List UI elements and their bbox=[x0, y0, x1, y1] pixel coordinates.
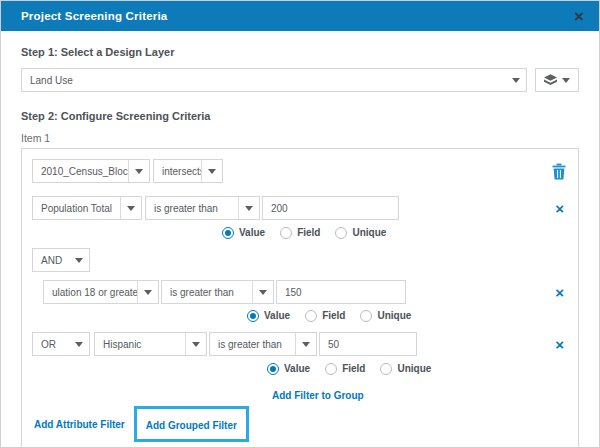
mode-radio-group-2: Value Field Unique bbox=[247, 309, 568, 322]
radio-field-3[interactable]: Field bbox=[325, 363, 365, 375]
radio-value-1[interactable]: Value bbox=[222, 227, 265, 239]
design-layer-value: Land Use bbox=[22, 75, 506, 86]
project-screening-dialog: Project Screening Criteria × Step 1: Sel… bbox=[0, 0, 600, 448]
radio-icon bbox=[305, 310, 317, 322]
remove-filter-button-3[interactable]: × bbox=[555, 337, 564, 352]
remove-filter-button-1[interactable]: × bbox=[555, 201, 564, 216]
trash-icon bbox=[552, 163, 566, 180]
radio-value-2[interactable]: Value bbox=[247, 310, 290, 322]
radio-field-2[interactable]: Field bbox=[305, 310, 345, 322]
add-filter-to-group-link[interactable]: Add Filter to Group bbox=[272, 390, 364, 401]
field-select-2[interactable]: ulation 18 or greater bbox=[43, 280, 159, 304]
radio-icon bbox=[280, 227, 292, 239]
operator-value-3: is greater than bbox=[210, 339, 295, 350]
filter-row-2: ulation 18 or greater is greater than × bbox=[32, 280, 568, 304]
field-value-3: Hispanic bbox=[95, 339, 185, 350]
filter-row-3: OR Hispanic is greater than × bbox=[32, 332, 568, 356]
radio-selected-icon bbox=[267, 363, 279, 375]
dialog-header: Project Screening Criteria × bbox=[1, 1, 599, 31]
mode-radio-group-3: Value Field Unique bbox=[267, 362, 568, 375]
value-input-2[interactable] bbox=[276, 280, 406, 304]
and-or-value-2: AND bbox=[33, 255, 69, 266]
chevron-down-icon bbox=[69, 342, 89, 347]
operator-value-2: is greater than bbox=[162, 287, 252, 298]
radio-icon bbox=[380, 363, 392, 375]
chevron-down-icon bbox=[296, 342, 316, 347]
design-layer-row: Land Use bbox=[21, 68, 579, 92]
step1-label: Step 1: Select a Design Layer bbox=[21, 46, 579, 58]
screening-layer-select[interactable]: 2010_Census_Blocks bbox=[32, 159, 150, 183]
radio-selected-icon bbox=[247, 310, 259, 322]
step2-label: Step 2: Configure Screening Criteria bbox=[21, 110, 579, 122]
close-button[interactable]: × bbox=[574, 8, 584, 25]
value-input-1[interactable] bbox=[262, 196, 399, 220]
radio-icon bbox=[335, 227, 347, 239]
operator-select-3[interactable]: is greater than bbox=[209, 332, 317, 356]
chevron-down-icon bbox=[129, 169, 149, 174]
chevron-down-icon bbox=[186, 342, 206, 347]
layer-options-button[interactable] bbox=[535, 68, 579, 92]
design-layer-select[interactable]: Land Use bbox=[21, 68, 527, 92]
and-or-select-3[interactable]: OR bbox=[32, 332, 90, 356]
radio-unique-1[interactable]: Unique bbox=[335, 227, 386, 239]
item-label: Item 1 bbox=[21, 132, 579, 144]
and-or-select-2[interactable]: AND bbox=[32, 248, 90, 272]
field-select-1[interactable]: Population Total bbox=[32, 196, 142, 220]
item-panel: 2010_Census_Blocks intersects bbox=[21, 148, 579, 448]
screening-layer-value: 2010_Census_Blocks bbox=[33, 166, 128, 177]
logic-row: AND bbox=[32, 248, 568, 272]
radio-field-1[interactable]: Field bbox=[280, 227, 320, 239]
spatial-operator-value: intersects bbox=[154, 166, 201, 177]
radio-unique-3[interactable]: Unique bbox=[380, 363, 431, 375]
chevron-down-icon bbox=[138, 290, 158, 295]
chevron-down-icon bbox=[121, 206, 141, 211]
close-icon: × bbox=[555, 200, 564, 217]
close-icon: × bbox=[555, 336, 564, 353]
delete-item-button[interactable] bbox=[552, 163, 566, 180]
operator-value-1: is greater than bbox=[146, 203, 238, 214]
close-icon: × bbox=[555, 284, 564, 301]
and-or-value-3: OR bbox=[33, 339, 69, 350]
chevron-down-icon bbox=[253, 290, 273, 295]
close-icon: × bbox=[574, 7, 584, 26]
dialog-title: Project Screening Criteria bbox=[21, 10, 574, 22]
chevron-down-icon bbox=[202, 169, 222, 174]
radio-icon bbox=[325, 363, 337, 375]
radio-selected-icon bbox=[222, 227, 234, 239]
remove-filter-button-2[interactable]: × bbox=[555, 285, 564, 300]
operator-select-2[interactable]: is greater than bbox=[161, 280, 274, 304]
layers-icon bbox=[544, 74, 557, 86]
radio-icon bbox=[360, 310, 372, 322]
add-attribute-filter-link[interactable]: Add Attribute Filter bbox=[34, 419, 125, 430]
chevron-down-icon bbox=[69, 258, 89, 263]
add-grouped-filter-link[interactable]: Add Grouped Filter bbox=[146, 420, 237, 431]
spatial-operator-select[interactable]: intersects bbox=[153, 159, 223, 183]
mode-radio-group-1: Value Field Unique bbox=[222, 226, 568, 239]
field-value-1: Population Total bbox=[33, 203, 120, 214]
filter-row-1: Population Total is greater than × bbox=[32, 196, 568, 220]
highlight-callout-box: Add Grouped Filter bbox=[134, 406, 249, 442]
chevron-down-icon bbox=[239, 206, 259, 211]
item-layer-row: 2010_Census_Blocks intersects bbox=[32, 159, 568, 183]
radio-value-3[interactable]: Value bbox=[267, 363, 310, 375]
value-input-3[interactable] bbox=[319, 332, 417, 356]
chevron-down-icon bbox=[506, 78, 526, 83]
chevron-down-icon bbox=[562, 78, 570, 83]
radio-unique-2[interactable]: Unique bbox=[360, 310, 411, 322]
field-value-2: ulation 18 or greater bbox=[44, 287, 137, 298]
operator-select-1[interactable]: is greater than bbox=[145, 196, 260, 220]
field-select-3[interactable]: Hispanic bbox=[94, 332, 207, 356]
